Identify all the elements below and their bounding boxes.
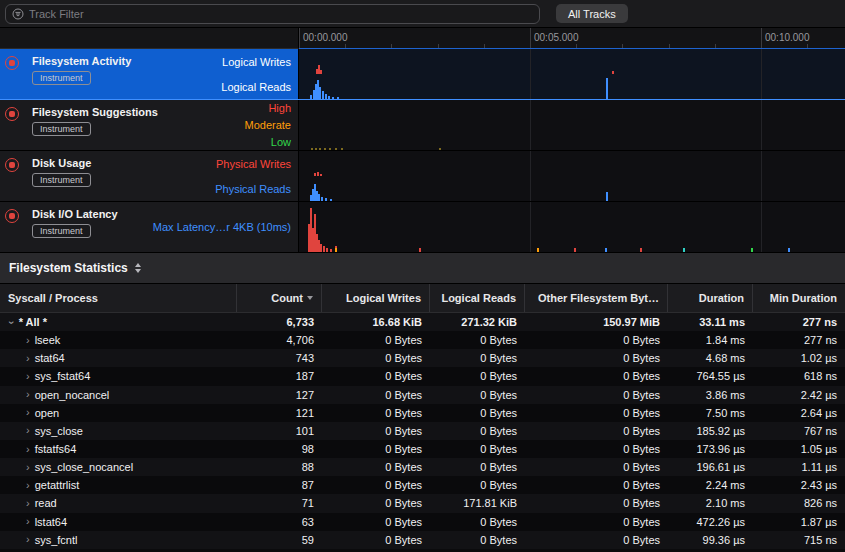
track-filter-icon (12, 8, 24, 20)
table-row-sys-fstat64[interactable]: ›sys_fstat641870 Bytes0 Bytes0 Bytes764.… (0, 367, 845, 385)
track-filter-field[interactable] (5, 4, 540, 24)
column-header-syscall-process[interactable]: Syscall / Process (0, 284, 237, 312)
table-row-lseek[interactable]: ›lseek4,7060 Bytes0 Bytes0 Bytes1.84 ms2… (0, 331, 845, 349)
cell: 0 Bytes (430, 425, 525, 437)
detail-title-bar[interactable]: Filesystem Statistics (0, 253, 845, 284)
chevron-right-icon[interactable]: › (26, 534, 30, 545)
track-disk-io-latency[interactable]: Disk I/O LatencyInstrumentMax Latency…r … (0, 202, 845, 253)
all-tracks-button[interactable]: All Tracks (556, 4, 628, 23)
chevron-down-icon[interactable]: › (6, 320, 17, 324)
chart-spike (329, 148, 331, 150)
track-disk-usage[interactable]: Disk UsageInstrumentPhysical WritesPhysi… (0, 151, 845, 202)
track-sidebar-filesystem-suggestions[interactable]: Filesystem SuggestionsInstrumentHighMode… (0, 100, 299, 150)
track-sidebar-disk-usage[interactable]: Disk UsageInstrumentPhysical WritesPhysi… (0, 151, 299, 201)
chevron-right-icon[interactable]: › (26, 444, 30, 455)
cell: 0 Bytes (525, 370, 668, 382)
chevron-right-icon[interactable]: › (26, 353, 30, 364)
table-row-lstat64[interactable]: ›lstat64630 Bytes0 Bytes0 Bytes472.26 µs… (0, 513, 845, 531)
table-row-stat64[interactable]: ›stat647430 Bytes0 Bytes0 Bytes4.68 ms1.… (0, 349, 845, 367)
ruler-tick-label: 00:10.000 (765, 32, 810, 43)
table-row-getattrlist[interactable]: ›getattrlist870 Bytes0 Bytes0 Bytes2.24 … (0, 476, 845, 494)
cell: 1.02 µs (753, 352, 845, 364)
cell: 0 Bytes (322, 370, 430, 382)
column-header-count[interactable]: Count (237, 284, 322, 312)
chevron-right-icon[interactable]: › (26, 425, 30, 436)
statistics-table-body: ›* All *6,73316.68 KiB271.32 KiB150.97 M… (0, 313, 845, 552)
cell: 0 Bytes (525, 334, 668, 346)
chevron-right-icon[interactable]: › (26, 516, 30, 527)
track-filter-input[interactable] (29, 8, 533, 20)
table-row-all[interactable]: ›* All *6,73316.68 KiB271.32 KiB150.97 M… (0, 313, 845, 331)
chart-spike (321, 197, 323, 201)
cell: 0 Bytes (322, 407, 430, 419)
cell: 173.96 µs (668, 443, 753, 455)
track-chart-filesystem-suggestions[interactable] (299, 100, 845, 150)
cell: 0 Bytes (322, 479, 430, 491)
chart-marker (788, 248, 790, 252)
cell: 0 Bytes (525, 443, 668, 455)
track-filesystem-activity[interactable]: Filesystem ActivityInstrumentLogical Wri… (0, 49, 845, 100)
table-row-open[interactable]: ›open1210 Bytes0 Bytes0 Bytes7.50 ms2.64… (0, 404, 845, 422)
track-sidebar-disk-io-latency[interactable]: Disk I/O LatencyInstrumentMax Latency…r … (0, 202, 299, 252)
table-row-read[interactable]: ›read710 Bytes171.81 KiB0 Bytes2.10 ms82… (0, 494, 845, 512)
cell: 0 Bytes (322, 516, 430, 528)
cell: 196.61 µs (668, 461, 753, 473)
column-header-duration[interactable]: Duration (668, 284, 753, 312)
cell: 185.92 µs (668, 425, 753, 437)
table-row-sys-close-nocancel[interactable]: ›sys_close_nocancel880 Bytes0 Bytes0 Byt… (0, 458, 845, 476)
syscall-name: sys_fstat64 (35, 370, 91, 382)
syscall-name: open_nocancel (35, 389, 110, 401)
cell: 0 Bytes (322, 352, 430, 364)
chevron-right-icon[interactable]: › (26, 480, 30, 491)
chevron-right-icon[interactable]: › (26, 462, 30, 473)
cell: 277 ns (753, 334, 845, 346)
timeline-ruler[interactable]: 00:00.00000:05.00000:10.000 (299, 28, 845, 49)
syscall-name: sys_close (35, 425, 83, 437)
chevron-right-icon[interactable]: › (26, 335, 30, 346)
cell: 2.42 µs (753, 389, 845, 401)
chevron-right-icon[interactable]: › (26, 407, 30, 418)
chevron-right-icon[interactable]: › (26, 498, 30, 509)
cell: 59 (237, 534, 322, 546)
cell: 0 Bytes (322, 425, 430, 437)
cell: 1.84 ms (668, 334, 753, 346)
track-chart-disk-usage[interactable] (299, 151, 845, 201)
chevron-right-icon[interactable]: › (26, 371, 30, 382)
chevron-right-icon[interactable]: › (26, 389, 30, 400)
table-row-sys-close[interactable]: ›sys_close1010 Bytes0 Bytes0 Bytes185.92… (0, 422, 845, 440)
detail-title: Filesystem Statistics (9, 261, 128, 275)
column-header-logical-writes[interactable]: Logical Writes (322, 284, 430, 312)
cell: 618 ns (753, 370, 845, 382)
track-chart-filesystem-activity[interactable] (299, 49, 845, 99)
table-row-fstatfs64[interactable]: ›fstatfs64980 Bytes0 Bytes0 Bytes173.96 … (0, 440, 845, 458)
chevron-up-down-icon[interactable] (135, 263, 141, 273)
ruler-major-tick (299, 28, 300, 48)
cell: 277 ns (753, 316, 845, 328)
lane-label: Moderate (245, 117, 291, 134)
cell: 0 Bytes (525, 479, 668, 491)
chart-spike (337, 97, 339, 99)
column-header-logical-reads[interactable]: Logical Reads (430, 284, 525, 312)
cell: 6,733 (237, 316, 322, 328)
table-row-sys-fcntl[interactable]: ›sys_fcntl590 Bytes0 Bytes0 Bytes99.36 µ… (0, 531, 845, 549)
cell: 2.43 µs (753, 479, 845, 491)
chart-marker (574, 248, 576, 252)
column-header-other-filesystem-byt[interactable]: Other Filesystem Byt… (525, 284, 668, 312)
cell: 0 Bytes (525, 516, 668, 528)
cell: 121 (237, 407, 322, 419)
chart-spike (325, 94, 327, 99)
cell: 187 (237, 370, 322, 382)
cell: 0 Bytes (430, 461, 525, 473)
table-row-open-nocancel[interactable]: ›open_nocancel1270 Bytes0 Bytes0 Bytes3.… (0, 386, 845, 404)
column-header-min-duration[interactable]: Min Duration (753, 284, 845, 312)
sidebar-header-spacer (0, 28, 299, 49)
track-chart-disk-io-latency[interactable] (299, 202, 845, 252)
filesystem-suggestions-icon (5, 107, 19, 121)
track-filesystem-suggestions[interactable]: Filesystem SuggestionsInstrumentHighMode… (0, 100, 845, 151)
instrument-badge: Instrument (32, 224, 91, 238)
chart-spike (335, 148, 337, 150)
chart-spike (323, 246, 325, 252)
chart-spike (330, 199, 332, 201)
track-sidebar-filesystem-activity[interactable]: Filesystem ActivityInstrumentLogical Wri… (0, 49, 299, 99)
chart-spike (320, 244, 322, 252)
